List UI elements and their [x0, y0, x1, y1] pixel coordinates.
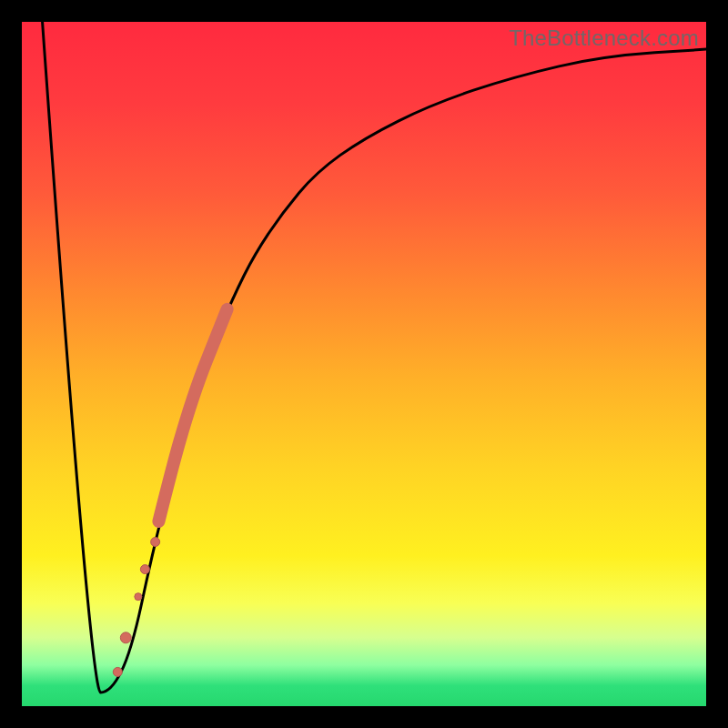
- watermark-text: TheBottleneck.com: [509, 25, 699, 51]
- plot-area: TheBottleneck.com: [22, 22, 706, 706]
- marker-dot1: [113, 667, 122, 676]
- thick-curve-segment: [158, 309, 227, 521]
- bottleneck-curve: [43, 22, 706, 693]
- marker-dot5: [151, 538, 160, 547]
- curve-layer: [22, 22, 706, 706]
- chart-frame: TheBottleneck.com: [0, 0, 728, 728]
- marker-dot2: [120, 632, 131, 643]
- marker-dot4: [140, 565, 149, 574]
- marker-dot3: [135, 593, 142, 601]
